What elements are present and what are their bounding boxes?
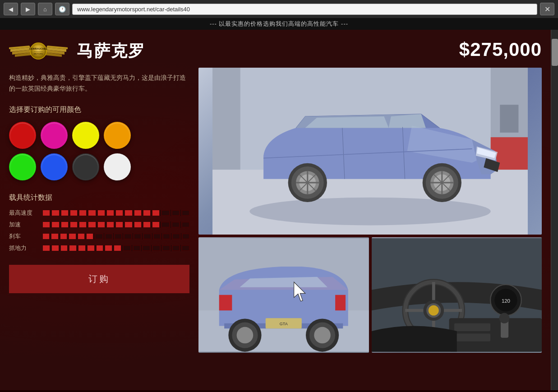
stat-pip (52, 210, 59, 216)
stat-pip (60, 234, 67, 239)
stat-pip (61, 245, 68, 251)
svg-point-61 (499, 313, 509, 323)
stat-pip (98, 222, 105, 227)
page: DEWBAUCHEE MOTORS (0, 30, 551, 390)
url-bar[interactable] (72, 4, 537, 15)
brand-logo: DEWBAUCHEE MOTORS (9, 39, 68, 64)
stat-pip (152, 222, 159, 227)
car-illustration-main (198, 68, 542, 235)
stat-pip (182, 222, 189, 227)
stat-pip (43, 222, 50, 227)
color-swatch-orange[interactable] (104, 122, 131, 149)
car-thumbnail-rear: GTA (198, 237, 369, 353)
stat-pip (172, 222, 180, 227)
stat-label: 刹车 (9, 232, 38, 240)
svg-rect-58 (454, 323, 490, 331)
color-swatch-magenta[interactable] (41, 122, 68, 149)
car-name: 马萨克罗 (77, 40, 145, 62)
svg-point-7 (249, 198, 490, 226)
stat-pip (98, 210, 105, 216)
stat-pip (161, 222, 169, 227)
stat-pip (97, 245, 103, 251)
stat-pip (134, 210, 141, 216)
stat-pip (152, 210, 159, 216)
stat-pip (79, 210, 86, 216)
stat-pip (114, 245, 121, 251)
stat-pip (95, 234, 102, 239)
scrollbar-thumb[interactable] (552, 39, 558, 66)
stat-row: 抓地力 (9, 244, 189, 252)
car-detail-container: DEWBAUCHEE MOTORS (0, 30, 551, 362)
stat-pip (70, 210, 77, 216)
svg-rect-9 (212, 68, 240, 170)
stat-pip (52, 245, 59, 251)
svg-point-49 (428, 305, 438, 316)
stat-pip (134, 222, 141, 227)
forward-button[interactable]: ▶ (21, 3, 35, 15)
close-button[interactable]: ✕ (540, 3, 554, 15)
home-button[interactable]: ⌂ (38, 3, 52, 15)
image-thumbs: GTA (198, 237, 542, 353)
stat-pip (88, 245, 94, 251)
stat-pip (143, 222, 150, 227)
stat-pip (69, 245, 76, 251)
stat-pip (116, 210, 123, 216)
color-swatch-red[interactable] (9, 122, 36, 149)
color-swatch-dark-gray[interactable] (72, 153, 99, 180)
stat-pip (43, 210, 50, 216)
stat-pip (52, 222, 59, 227)
stat-bar (43, 233, 189, 240)
history-button[interactable]: 🕐 (55, 3, 69, 15)
stat-pip (161, 210, 169, 216)
order-button[interactable]: 订购 (9, 265, 189, 293)
color-swatch-green[interactable] (9, 153, 36, 180)
stat-pip (152, 245, 160, 251)
color-swatch-white[interactable] (104, 153, 131, 180)
stat-pip (143, 245, 150, 251)
main-car-image (198, 68, 542, 235)
stat-row: 刹车 (9, 232, 189, 240)
color-grid (9, 122, 189, 180)
svg-rect-59 (454, 334, 490, 341)
svg-text:GTA: GTA (280, 322, 288, 326)
stat-pip (79, 222, 86, 227)
stat-pip (78, 245, 85, 251)
color-swatch-yellow[interactable] (72, 122, 99, 149)
stat-pip (182, 245, 189, 251)
stat-pip (78, 234, 84, 239)
stat-pip (70, 222, 77, 227)
stats-container: 最高速度加速刹车抓地力 (9, 209, 189, 252)
main-area: DEWBAUCHEE MOTORS (0, 30, 551, 390)
stat-pip (107, 210, 114, 216)
stat-pip (43, 245, 50, 251)
stat-pip (153, 234, 161, 239)
car-description: 构造精妙，典雅高贵，引擎盖下蕴藏无穷马力，这是由浪子打造的一款英国经典豪华旅行车… (9, 73, 189, 94)
stat-pip (125, 210, 132, 216)
price-row: $275,000 (198, 39, 542, 65)
color-section-title: 选择要订购的可用颜色 (9, 105, 189, 115)
svg-point-36 (237, 327, 254, 344)
stat-pip (105, 245, 112, 251)
left-panel: DEWBAUCHEE MOTORS (9, 39, 189, 353)
stat-pip (143, 210, 150, 216)
stat-pip (163, 234, 170, 239)
stat-pip (88, 222, 95, 227)
back-button[interactable]: ◀ (4, 3, 18, 15)
stat-bar (43, 221, 189, 228)
stat-pip (61, 210, 68, 216)
stat-pip (105, 234, 112, 239)
stat-bar (43, 245, 189, 251)
stat-pip (51, 234, 58, 239)
stat-pip (172, 234, 180, 239)
stat-pip (69, 234, 75, 239)
car-thumbnail-interior: 120 (372, 237, 542, 353)
stat-pip (143, 234, 151, 239)
stat-pip (88, 210, 95, 216)
stat-row: 最高速度 (9, 209, 189, 217)
scrollbar[interactable] (551, 30, 558, 390)
stat-pip (133, 245, 141, 251)
marquee-bar: --- 以最实惠的价格选购我们高端的高性能汽车 --- (0, 18, 558, 30)
stat-pip (162, 245, 170, 251)
stat-pip (182, 210, 189, 216)
color-swatch-blue[interactable] (41, 153, 68, 180)
